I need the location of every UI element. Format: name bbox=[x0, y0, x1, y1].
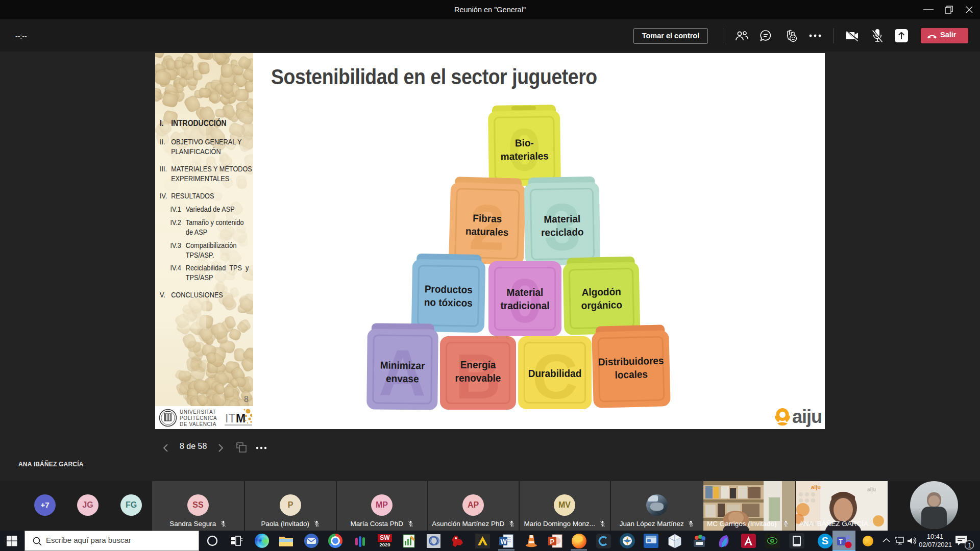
svg-text:aiju: aiju bbox=[792, 406, 822, 427]
svg-text:T: T bbox=[839, 538, 843, 545]
svg-text:P: P bbox=[550, 538, 555, 545]
svg-text:M: M bbox=[236, 412, 246, 425]
svg-text:IT: IT bbox=[225, 412, 235, 425]
svg-text:1: 1 bbox=[968, 542, 972, 549]
svg-text:W: W bbox=[501, 538, 507, 545]
svg-text:aiju: aiju bbox=[811, 484, 821, 490]
svg-text:POLITÈCNICA: POLITÈCNICA bbox=[180, 415, 217, 421]
svg-text:UNIVERSITAT: UNIVERSITAT bbox=[180, 409, 216, 415]
svg-text:aiju: aiju bbox=[867, 487, 876, 492]
svg-text:DE VALÈNCIA: DE VALÈNCIA bbox=[180, 421, 216, 427]
